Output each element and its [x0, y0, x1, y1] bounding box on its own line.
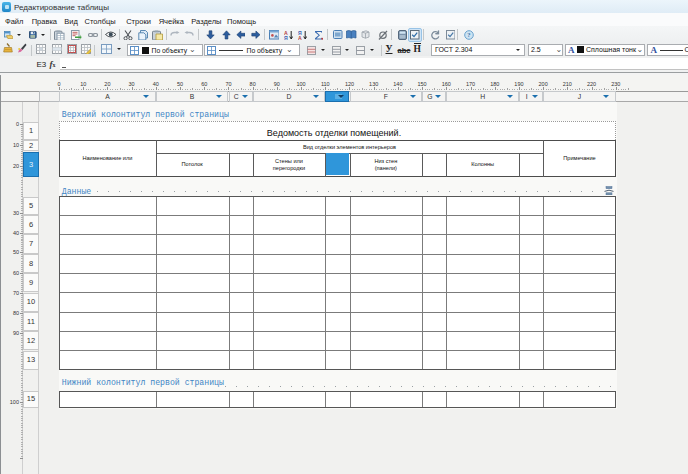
svg-text:А: А — [298, 35, 302, 41]
svg-text:?: ? — [467, 31, 470, 38]
svg-text:Я: Я — [284, 35, 288, 41]
